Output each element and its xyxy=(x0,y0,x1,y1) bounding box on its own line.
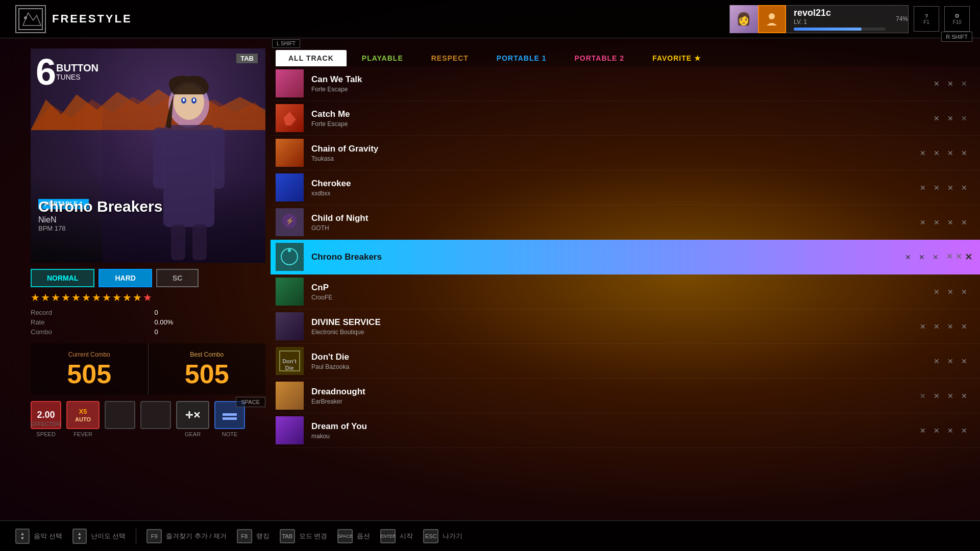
arrow-leftright-icon: ▲ ▼ xyxy=(72,529,87,544)
tab-portable2[interactable]: PORTABLE 2 xyxy=(562,50,638,66)
track-item-dont-die[interactable]: Don't Die Don't Die Paul Bazooka ✕ ✕ ✕ xyxy=(271,344,980,379)
svg-rect-0 xyxy=(19,9,42,30)
track-diffs-5: ✕ ✕ ✕ ✕ xyxy=(917,217,970,228)
separator-1 xyxy=(136,529,136,544)
track-item-child-of-night[interactable]: ⚡ Child of Night GOTH ✕ ✕ ✕ ✕ xyxy=(271,205,980,240)
hint-ranking-text: 랭킹 xyxy=(256,532,270,541)
hint-start-text: 시작 xyxy=(400,532,413,541)
track-item-can-we-talk[interactable]: Can We Talk Forte Escape ✕ ✕ ✕ xyxy=(271,66,980,101)
hint-exit-text: 나가기 xyxy=(443,532,462,541)
track-info-1: Can We Talk Forte Escape xyxy=(304,74,931,93)
tab-all-track[interactable]: ALL TRACK xyxy=(276,50,347,66)
hint-music-select-text: 음악 선택 xyxy=(34,532,62,541)
star-11: ★ xyxy=(133,291,142,304)
star-10: ★ xyxy=(122,291,132,304)
f1-button[interactable]: ? F1 xyxy=(914,6,939,32)
current-combo-block: Current Combo 505 xyxy=(31,343,149,395)
tab-bar: ALL TRACK PLAYABLE RESPECT PORTABLE 1 PO… xyxy=(271,38,980,66)
track-item-cnp[interactable]: CnP CrooFE ✕ ✕ ✕ xyxy=(271,274,980,309)
track-info-8: DIVINE SERVICE Electronic Boutique xyxy=(304,317,917,336)
gear-label: GEAR xyxy=(185,431,201,437)
best-combo-value: 505 xyxy=(159,361,256,387)
tab-badge: TAB xyxy=(236,54,258,63)
star-12: ★ xyxy=(143,291,152,304)
selected-close-2[interactable]: ✕ xyxy=(955,252,962,263)
track-item-dreadnought[interactable]: Dreadnought EarBreaker ✕ ✕ ✕ ✕ xyxy=(271,379,980,413)
svg-rect-8 xyxy=(153,128,166,189)
record-value: 0 xyxy=(155,309,265,316)
freestyle-label: FREESTYLE xyxy=(52,12,132,26)
svg-point-13 xyxy=(183,98,185,102)
tab-favorite[interactable]: FAVORITE ★ xyxy=(640,50,714,66)
gear-control[interactable]: ✛✕ GEAR xyxy=(176,401,209,437)
track-item-catch-me[interactable]: Catch Me Forte Escape ✕ ✕ ✕ xyxy=(271,101,980,136)
song-title: Chrono Breakers xyxy=(38,198,162,215)
track-artist-8: Electronic Boutique xyxy=(311,329,910,336)
controls-row: 2.00 SPEED X5 AUTO FEVER xyxy=(31,401,265,437)
track-artist-9: Paul Bazooka xyxy=(311,363,923,370)
current-combo-value: 505 xyxy=(41,361,138,387)
selected-close-3[interactable]: ✕ xyxy=(965,252,972,263)
track-thumb-6 xyxy=(276,243,304,271)
track-name-6: Chrono Breakers xyxy=(311,252,895,262)
player-info: revol21c LV. 1 xyxy=(786,8,893,31)
track-item-dream-of-you[interactable]: Dream of You makou ✕ ✕ ✕ ✕ xyxy=(271,413,980,448)
track-item-chain-of-gravity[interactable]: Chain of Gravity Tsukasa ✕ ✕ ✕ ✕ xyxy=(271,136,980,170)
track-thumb-2 xyxy=(276,104,304,132)
hint-diff-select: ▲ ▼ 난이도 선택 xyxy=(72,529,126,544)
tab-portable1[interactable]: PORTABLE 1 xyxy=(484,50,559,66)
player-name: revol21c xyxy=(794,8,886,18)
star-6: ★ xyxy=(82,291,91,304)
album-character xyxy=(102,64,265,263)
dont-die-thumb: Don't Die xyxy=(276,347,304,375)
selected-close-1[interactable]: ✕ xyxy=(946,252,953,263)
track-item-cherokee[interactable]: Cherokee xxdbxx ✕ ✕ ✕ ✕ xyxy=(271,170,980,205)
six-number: 6 xyxy=(36,54,56,90)
tab-playable[interactable]: PLAYABLE xyxy=(349,50,416,66)
svg-rect-16 xyxy=(192,224,207,260)
tab-respect[interactable]: RESPECT xyxy=(419,50,481,66)
track-diffs-1: ✕ ✕ ✕ xyxy=(931,78,970,89)
track-diffs-4: ✕ ✕ ✕ ✕ xyxy=(917,182,970,193)
arrow-updown-icon: ▲ ▼ xyxy=(15,529,30,544)
esc-key-icon: ESC xyxy=(423,529,438,543)
player-xp-percent: 74% xyxy=(896,15,908,22)
star-8: ★ xyxy=(102,291,111,304)
fever-label: FEVER xyxy=(74,431,92,437)
player-card: 👩 revol21c LV. 1 74% xyxy=(729,5,909,33)
f10-button[interactable]: ⚙ F10 xyxy=(944,6,970,32)
track-diffs-10: ✕ ✕ ✕ ✕ xyxy=(917,390,970,402)
track-item-chrono-breakers[interactable]: Chrono Breakers ✕ ✕ ✕ ✕ ✕ ✕ xyxy=(271,240,980,274)
track-diffs-7: ✕ ✕ ✕ xyxy=(931,286,970,297)
track-name-8: DIVINE SERVICE xyxy=(311,317,910,328)
track-artist-2: Forte Escape xyxy=(311,120,923,128)
diff-hard-button[interactable]: HARD xyxy=(99,269,152,287)
track-info-3: Chain of Gravity Tsukasa xyxy=(304,144,917,162)
rate-label: Rate xyxy=(31,318,144,326)
track-item-divine-service[interactable]: DIVINE SERVICE Electronic Boutique ✕ ✕ ✕… xyxy=(271,309,980,344)
star-3: ★ xyxy=(51,291,60,304)
fever-control: X5 AUTO FEVER xyxy=(66,401,100,437)
fever-mode: AUTO xyxy=(75,416,91,422)
track-diffs-6: ✕ ✕ ✕ xyxy=(902,252,941,263)
hint-start: ENTER 시작 xyxy=(380,529,413,543)
song-bpm: BPM 178 xyxy=(38,224,162,232)
diff-sc-button[interactable]: SC xyxy=(156,269,199,287)
svg-point-2 xyxy=(24,16,27,19)
track-diffs-9: ✕ ✕ ✕ xyxy=(931,356,970,367)
hint-options: SPACE 옵션 xyxy=(337,529,370,543)
diff-normal-button[interactable]: NORMAL xyxy=(31,269,94,287)
track-info-9: Don't Die Paul Bazooka xyxy=(304,352,931,370)
logo-area: FREESTYLE xyxy=(15,5,132,33)
hint-mode-change: TAB 모드 변경 xyxy=(280,529,328,543)
empty-control-1 xyxy=(105,401,135,437)
hint-favorite-text: 즐겨찾기 추가 / 제거 xyxy=(166,532,226,541)
speed-control: 2.00 SPEED xyxy=(31,401,61,437)
track-name-4: Cherokee xyxy=(311,179,910,189)
empty-box-2 xyxy=(140,401,171,429)
track-info-7: CnP CrooFE xyxy=(304,283,931,301)
tab-key-icon: TAB xyxy=(280,529,295,543)
f8-key-icon: F8 xyxy=(237,529,252,543)
player-avatar: 👩 xyxy=(730,5,758,33)
enter-key-icon: ENTER xyxy=(380,529,396,543)
